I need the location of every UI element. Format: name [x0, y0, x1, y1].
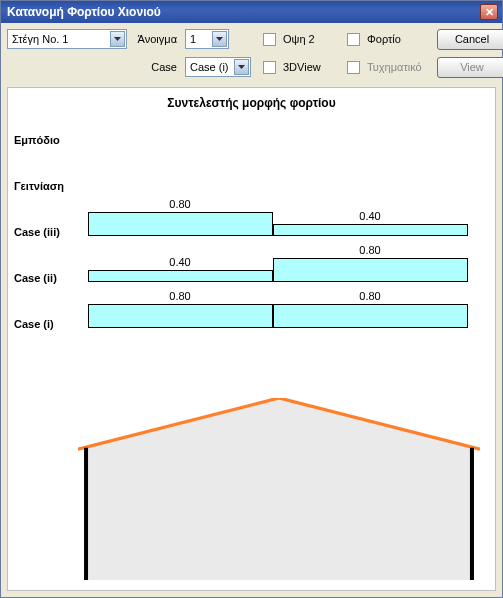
val-case-ii-left: 0.40	[169, 256, 190, 268]
opening-select-value: 1	[190, 33, 196, 45]
row-case-ii-label: Case (ii)	[14, 272, 57, 284]
close-icon: ✕	[485, 6, 494, 19]
roof-schematic	[78, 398, 480, 580]
titlebar: Κατανομή Φορτίου Χιονιού ✕	[1, 1, 502, 23]
bar-case-i-right	[273, 304, 468, 328]
tychimatiko-label: Τυχηματικό	[367, 61, 422, 73]
val-case-ii-right: 0.80	[359, 244, 380, 256]
opening-select[interactable]: 1	[185, 29, 229, 49]
fortio-input[interactable]	[347, 33, 360, 46]
view-label: View	[460, 61, 484, 73]
val-case-i-left: 0.80	[169, 290, 190, 302]
chevron-down-icon	[212, 31, 227, 47]
chart-canvas: Συντελεστής μορφής φορτίου Εμπόδιο Γειτν…	[7, 87, 496, 591]
window-title: Κατανομή Φορτίου Χιονιού	[7, 5, 480, 19]
bar-case-iii-right	[273, 224, 468, 236]
roof-select[interactable]: Στέγη Νο. 1	[7, 29, 127, 49]
toolbar: Στέγη Νο. 1 Άνοιγμα 1 Οψη 2 Φορτίο Cance…	[1, 23, 502, 87]
case-label: Case	[131, 61, 181, 73]
opsi2-input[interactable]	[263, 33, 276, 46]
chart-title: Συντελεστής μορφής φορτίου	[8, 96, 495, 110]
fortio-label: Φορτίο	[367, 33, 401, 45]
fortio-checkbox[interactable]: Φορτίο	[343, 30, 433, 49]
3dview-label: 3DView	[283, 61, 321, 73]
view-button[interactable]: View	[437, 57, 503, 78]
chevron-down-icon	[234, 59, 249, 75]
bar-case-ii-right	[273, 258, 468, 282]
window-root: Κατανομή Φορτίου Χιονιού ✕ Στέγη Νο. 1 Ά…	[0, 0, 503, 598]
3dview-checkbox[interactable]: 3DView	[259, 58, 339, 77]
row-case-iii-label: Case (iii)	[14, 226, 60, 238]
opsi2-checkbox[interactable]: Οψη 2	[259, 30, 339, 49]
case-select-value: Case (i)	[190, 61, 229, 73]
bar-case-ii-left	[88, 270, 273, 282]
cancel-button[interactable]: Cancel	[437, 29, 503, 50]
tychimatiko-input[interactable]	[347, 61, 360, 74]
val-case-iii-left: 0.80	[169, 198, 190, 210]
close-button[interactable]: ✕	[480, 4, 498, 20]
case-select[interactable]: Case (i)	[185, 57, 251, 77]
svg-marker-0	[86, 398, 472, 580]
3dview-input[interactable]	[263, 61, 276, 74]
row-proximity-label: Γειτνίαση	[14, 180, 64, 192]
bar-case-iii-left	[88, 212, 273, 236]
row-obstacle-label: Εμπόδιο	[14, 134, 60, 146]
opsi2-label: Οψη 2	[283, 33, 315, 45]
opening-label: Άνοιγμα	[131, 33, 181, 45]
tychimatiko-checkbox[interactable]: Τυχηματικό	[343, 58, 433, 77]
chevron-down-icon	[110, 31, 125, 47]
bar-case-i-left	[88, 304, 273, 328]
roof-select-value: Στέγη Νο. 1	[12, 33, 69, 45]
cancel-label: Cancel	[455, 33, 489, 45]
val-case-iii-right: 0.40	[359, 210, 380, 222]
val-case-i-right: 0.80	[359, 290, 380, 302]
row-case-i-label: Case (i)	[14, 318, 54, 330]
